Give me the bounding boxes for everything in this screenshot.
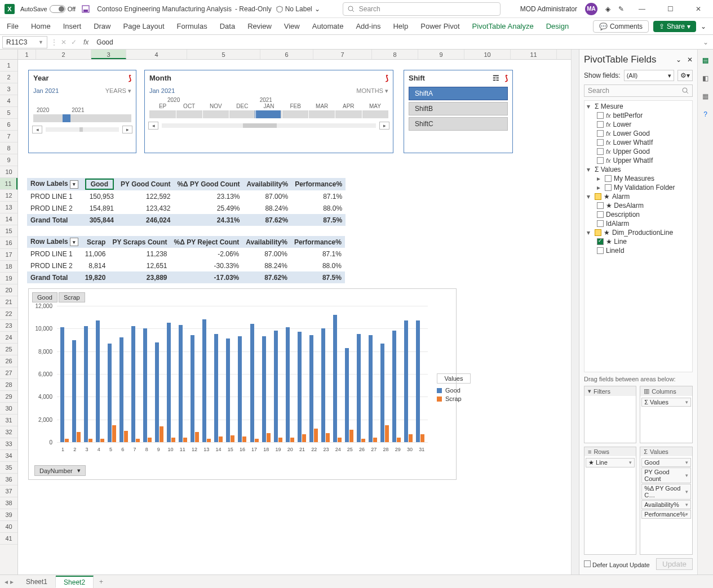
- tab-pagelayout[interactable]: Page Layout: [123, 22, 165, 30]
- field-item[interactable]: ▸ My Measures: [584, 174, 692, 183]
- row-header[interactable]: 38: [0, 497, 17, 509]
- row-header[interactable]: 40: [0, 521, 17, 533]
- pivot-table-good[interactable]: Row Labels▾GoodPY Good Count%Δ PY Good C…: [27, 178, 346, 226]
- pivot-table-scrap[interactable]: Row Labels▾ScrapPY Scraps Count%Δ PY Rej…: [27, 236, 345, 283]
- slicer-item[interactable]: ShiftC: [409, 117, 508, 131]
- sheet-nav-next[interactable]: ▸: [10, 578, 14, 586]
- row-header[interactable]: 13: [0, 202, 17, 213]
- row-header[interactable]: 32: [0, 426, 17, 438]
- row-header[interactable]: 4: [0, 95, 17, 107]
- area-field[interactable]: ★ Line▾: [586, 458, 635, 467]
- row-header[interactable]: 14: [0, 213, 17, 225]
- row-header[interactable]: 37: [0, 485, 17, 497]
- col-header[interactable]: 3: [91, 50, 126, 59]
- field-item[interactable]: fx Upper WhatIf: [584, 156, 692, 165]
- row-header[interactable]: 12: [0, 190, 17, 202]
- horizontal-scrollbar[interactable]: [109, 578, 713, 586]
- tab-addins[interactable]: Add-ins: [356, 22, 380, 30]
- filters-area[interactable]: ▾Filters: [584, 386, 636, 443]
- row-header[interactable]: 24: [0, 332, 17, 344]
- row-header[interactable]: 39: [0, 509, 17, 521]
- update-button[interactable]: Update: [656, 558, 693, 570]
- sheet-nav-prev[interactable]: ◂: [5, 578, 8, 586]
- autosave-toggle[interactable]: AutoSave Off: [20, 5, 76, 13]
- row-header[interactable]: 31: [0, 415, 17, 426]
- field-item[interactable]: ★ DesAlarm: [584, 201, 692, 210]
- chart-field-button[interactable]: Scrap: [59, 292, 85, 302]
- row-header[interactable]: 2: [0, 72, 17, 83]
- defer-update-checkbox[interactable]: Defer Layout Update: [584, 560, 650, 568]
- row-header[interactable]: 10: [0, 166, 17, 178]
- col-header[interactable]: 10: [464, 50, 511, 59]
- expand-formula-icon[interactable]: ⌄: [698, 38, 713, 46]
- row-header[interactable]: 21: [0, 296, 17, 308]
- col-header[interactable]: 4: [126, 50, 187, 59]
- clear-filter-icon[interactable]: ⟆: [505, 74, 508, 82]
- row-header[interactable]: 20: [0, 284, 17, 296]
- row-header[interactable]: 22: [0, 308, 17, 320]
- user-name[interactable]: MOD Administrator: [520, 5, 577, 13]
- area-field[interactable]: Availability%▾: [641, 500, 691, 509]
- diamond-icon[interactable]: ◈: [605, 5, 610, 13]
- field-list[interactable]: ▾Σ Mesure fx bettPerfor fx Lower fx Lowe…: [584, 100, 693, 372]
- next-button[interactable]: ▸: [122, 126, 132, 133]
- maximize-button[interactable]: ☐: [660, 1, 680, 17]
- field-item[interactable]: LineId: [584, 246, 692, 255]
- area-field[interactable]: PY Good Count▾: [641, 467, 691, 483]
- search-input[interactable]: Search: [343, 2, 501, 16]
- col-header[interactable]: 1: [18, 50, 36, 59]
- enter-formula-icon[interactable]: ✓: [71, 38, 77, 46]
- formula-input[interactable]: Good: [93, 38, 698, 46]
- field-item[interactable]: ★ Line: [584, 237, 692, 246]
- datatypes-rail-icon[interactable]: ▦: [701, 91, 711, 101]
- col-header[interactable]: 6: [260, 50, 313, 59]
- row-header[interactable]: 29: [0, 391, 17, 403]
- field-item[interactable]: fx Lower Good: [584, 129, 692, 138]
- fx-icon[interactable]: fx: [83, 38, 88, 46]
- row-header[interactable]: 3: [0, 83, 17, 95]
- row-header[interactable]: 6: [0, 119, 17, 131]
- values-area[interactable]: ΣValuesGood▾PY Good Count▾%Δ PY Good C…▾…: [640, 447, 693, 555]
- row-header[interactable]: 27: [0, 367, 17, 379]
- pivot-chart[interactable]: Good Scrap 02,0004,0006,0008,00010,00012…: [28, 288, 457, 480]
- area-field[interactable]: Good▾: [641, 458, 691, 467]
- collapse-ribbon-icon[interactable]: ⌄: [701, 23, 706, 30]
- multiselect-icon[interactable]: ☶: [493, 74, 499, 82]
- draw-icon[interactable]: ✎: [618, 5, 624, 13]
- field-item[interactable]: ▸ My Validation Folder: [584, 183, 692, 192]
- col-header[interactable]: 2: [36, 50, 91, 59]
- field-item[interactable]: fx Upper Good: [584, 147, 692, 156]
- select-all-corner[interactable]: [0, 50, 18, 59]
- show-fields-select[interactable]: (All)▾: [624, 70, 674, 81]
- row-header[interactable]: 11: [0, 178, 17, 190]
- tab-design[interactable]: Design: [546, 22, 569, 30]
- vertical-scrollbar[interactable]: [571, 50, 579, 574]
- field-item[interactable]: fx bettPerfor: [584, 111, 692, 120]
- row-header[interactable]: 9: [0, 154, 17, 166]
- comments-button[interactable]: 💬Comments: [593, 20, 649, 33]
- row-header[interactable]: 23: [0, 320, 17, 332]
- col-header[interactable]: 8: [372, 50, 418, 59]
- share-button[interactable]: ⇪Share▾: [653, 21, 696, 32]
- col-header[interactable]: 9: [418, 50, 464, 59]
- help-rail-icon[interactable]: ?: [701, 109, 711, 119]
- tab-automate[interactable]: Automate: [312, 22, 344, 30]
- columns-area[interactable]: ▥ColumnsΣ Values▾: [640, 386, 693, 443]
- tab-file[interactable]: File: [7, 22, 19, 30]
- col-header[interactable]: 5: [187, 50, 260, 59]
- avatar[interactable]: MA: [585, 3, 597, 15]
- row-header[interactable]: 35: [0, 462, 17, 474]
- row-header[interactable]: 7: [0, 131, 17, 142]
- field-item[interactable]: Description: [584, 210, 692, 219]
- tab-powerpivot[interactable]: Power Pivot: [420, 22, 459, 30]
- row-header[interactable]: 36: [0, 474, 17, 485]
- row-header[interactable]: 16: [0, 237, 17, 249]
- area-field[interactable]: %Δ PY Good C…▾: [641, 484, 691, 500]
- row-header[interactable]: 1: [0, 60, 17, 72]
- prev-button[interactable]: ◂: [148, 122, 158, 130]
- filter-dropdown-icon[interactable]: ▾: [70, 180, 78, 189]
- sheet-tab[interactable]: Sheet1: [18, 576, 56, 587]
- rows-area[interactable]: ≡Rows★ Line▾: [584, 447, 636, 555]
- sheet-tab[interactable]: Sheet2: [56, 576, 94, 588]
- row-header[interactable]: 25: [0, 344, 17, 355]
